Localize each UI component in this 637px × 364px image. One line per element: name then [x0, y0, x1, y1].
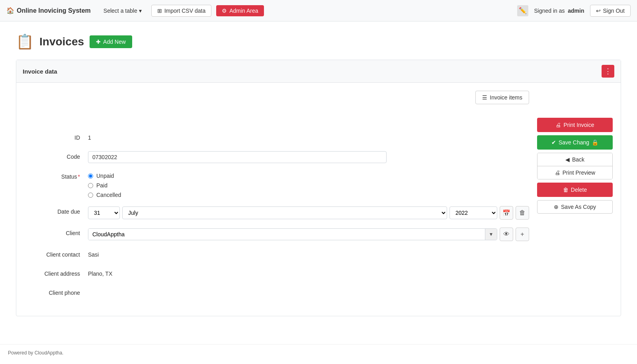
status-paid-radio[interactable]	[88, 183, 93, 188]
eye-icon: 👁	[503, 231, 510, 238]
sign-out-button[interactable]: ↩ Sign Out	[590, 5, 631, 17]
print-preview-icon: 🖨	[555, 169, 560, 176]
save-changes-label: Save Chang	[559, 139, 589, 146]
save-changes-button[interactable]: ✔ Save Chang 🔒	[537, 135, 613, 150]
client-phone-label: Client phone	[24, 287, 88, 296]
lock-icon: 🔒	[592, 139, 598, 146]
client-address-value: Plano, TX	[88, 268, 112, 279]
client-select[interactable]: CloudApptha	[88, 229, 485, 240]
signed-in-prefix: Signed in as	[534, 8, 565, 14]
sign-out-label: Sign Out	[603, 8, 625, 14]
id-label: ID	[24, 132, 88, 141]
save-as-copy-button[interactable]: ⊕ Save As Copy	[537, 200, 613, 214]
date-year-select[interactable]: 20202021202220232024	[449, 206, 497, 219]
card-header: Invoice data ⋮	[16, 60, 621, 83]
client-address-row: Client address Plano, TX	[24, 268, 529, 279]
three-dots-button[interactable]: ⋮	[602, 65, 614, 78]
delete-label: Delete	[571, 187, 587, 193]
print-preview-button[interactable]: 🖨 Print Preview	[537, 166, 612, 179]
client-label: Client	[24, 228, 88, 236]
page-title: Invoices	[39, 35, 84, 48]
footer-text: Powered by CloudApptha.	[8, 350, 63, 356]
print-invoice-button[interactable]: 🖨 Print Invoice	[537, 118, 613, 132]
code-label: Code	[24, 151, 88, 160]
trash-delete-icon: 🗑	[563, 187, 569, 193]
signout-icon: ↩	[596, 8, 601, 14]
delete-button[interactable]: 🗑 Delete	[537, 183, 613, 197]
brand-title: Online Inovicing System	[17, 7, 91, 14]
right-sidebar: 🖨 Print Invoice ✔ Save Chang 🔒 ◀ Back 🖨	[537, 91, 613, 304]
id-row: ID 1	[24, 132, 529, 143]
date-day-select[interactable]: 31	[88, 206, 120, 219]
import-csv-button[interactable]: ⊞ Import CSV data	[151, 5, 212, 17]
print-preview-label: Print Preview	[563, 169, 595, 176]
status-cancelled-option[interactable]: Cancelled	[88, 192, 121, 198]
plus-client-icon: +	[520, 231, 524, 238]
status-cancelled-radio[interactable]	[88, 193, 93, 198]
client-dropdown-arrow[interactable]: ▼	[485, 229, 497, 240]
code-row: Code	[24, 151, 529, 163]
list-icon: ☰	[482, 94, 487, 101]
import-csv-label: Import CSV data	[164, 8, 206, 14]
signed-in-text: Signed in as admin	[534, 8, 584, 14]
copy-icon: ⊕	[554, 204, 559, 210]
brand-link[interactable]: 🏠 Online Inovicing System	[6, 7, 91, 14]
date-group: 31 JanuaryFebruaryMarch AprilMayJune Jul…	[88, 206, 529, 220]
id-value: 1	[88, 132, 91, 143]
card-body: ☰ Invoice items ID 1 Code Status	[16, 83, 621, 316]
status-cancelled-label: Cancelled	[96, 192, 121, 198]
code-input[interactable]	[88, 151, 387, 163]
status-row: Status Unpaid Paid Cancelled	[24, 171, 529, 198]
invoice-items-label: Invoice items	[490, 94, 522, 101]
back-label: Back	[572, 156, 584, 163]
date-due-label: Date due	[24, 206, 88, 215]
date-due-row: Date due 31 JanuaryFebruaryMarch AprilMa…	[24, 206, 529, 220]
table-icon: ⊞	[157, 8, 162, 14]
status-label: Status	[24, 171, 88, 180]
gear-icon: ⚙	[222, 8, 227, 14]
three-dots-icon: ⋮	[604, 67, 612, 76]
status-unpaid-label: Unpaid	[96, 173, 114, 179]
view-client-button[interactable]: 👁	[500, 228, 513, 241]
signed-in-user: admin	[568, 8, 584, 14]
client-contact-label: Client contact	[24, 249, 88, 258]
card-header-title: Invoice data	[23, 68, 57, 75]
client-address-label: Client address	[24, 268, 88, 277]
invoices-icon: 📋	[16, 33, 34, 50]
clear-date-button[interactable]: 🗑	[516, 206, 529, 220]
status-radio-group: Unpaid Paid Cancelled	[88, 171, 121, 198]
save-as-copy-label: Save As Copy	[561, 204, 596, 210]
navbar: 🏠 Online Inovicing System Select a table…	[0, 0, 637, 21]
status-unpaid-option[interactable]: Unpaid	[88, 173, 121, 179]
invoice-card: Invoice data ⋮ ☰ Invoice items ID 1	[16, 60, 621, 316]
navbar-right: ✏️ Signed in as admin ↩ Sign Out	[517, 5, 631, 17]
page-title-row: 📋 Invoices ✚ Add New	[16, 33, 621, 50]
back-print-group: ◀ Back 🖨 Print Preview	[537, 153, 613, 179]
chevron-down-icon: ▾	[139, 8, 142, 14]
trash-icon: 🗑	[519, 209, 526, 216]
home-icon: 🏠	[6, 7, 14, 14]
admin-area-button[interactable]: ⚙ Admin Area	[216, 5, 264, 16]
print-invoice-label: Print Invoice	[563, 122, 594, 128]
status-paid-option[interactable]: Paid	[88, 182, 121, 189]
back-button[interactable]: ◀ Back	[537, 153, 612, 166]
client-select-wrapper: CloudApptha ▼	[88, 228, 497, 240]
check-icon: ✔	[551, 139, 556, 146]
date-month-select[interactable]: JanuaryFebruaryMarch AprilMayJune JulyAu…	[122, 206, 447, 219]
select-table-label: Select a table	[104, 8, 137, 14]
edit-icon: ✏️	[517, 5, 528, 16]
calendar-icon: 📅	[502, 209, 510, 217]
add-new-button[interactable]: ✚ Add New	[90, 35, 132, 48]
admin-area-label: Admin Area	[229, 8, 258, 14]
select-table-button[interactable]: Select a table ▾	[99, 6, 147, 16]
invoice-items-button[interactable]: ☰ Invoice items	[475, 91, 529, 104]
status-paid-label: Paid	[96, 182, 107, 189]
calendar-icon-button[interactable]: 📅	[500, 206, 513, 220]
client-contact-value: Sasi	[88, 249, 99, 260]
add-client-button[interactable]: +	[516, 228, 529, 241]
status-unpaid-radio[interactable]	[88, 173, 93, 179]
client-row: Client CloudApptha ▼ 👁 +	[24, 228, 529, 241]
page-content: 📋 Invoices ✚ Add New Invoice data ⋮ ☰ In…	[0, 21, 637, 328]
form-section: ☰ Invoice items ID 1 Code Status	[24, 91, 529, 304]
footer: Powered by CloudApptha.	[0, 344, 637, 361]
